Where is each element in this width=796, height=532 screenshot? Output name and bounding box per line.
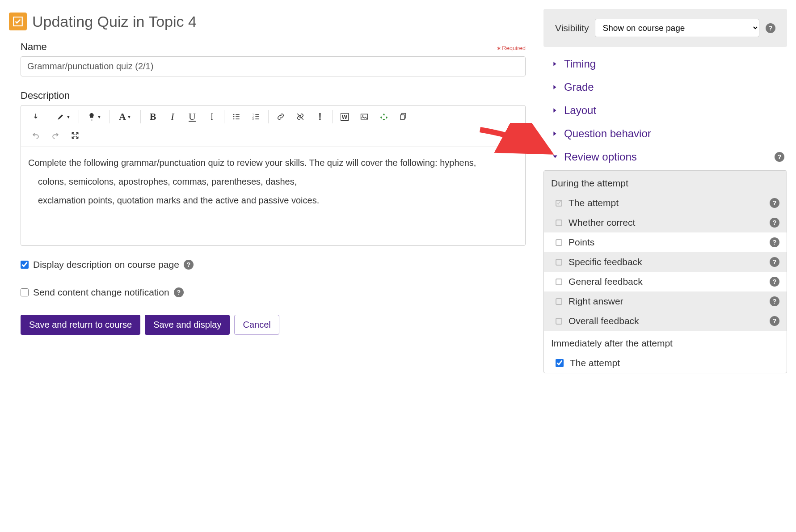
- send-notification-label: Send content change notification: [33, 287, 169, 298]
- review-general-feedback-checkbox: [556, 279, 562, 285]
- quiz-icon: [9, 13, 27, 30]
- svg-text:3: 3: [253, 118, 254, 120]
- name-label: Name: [21, 41, 47, 53]
- toolbar-redo-icon[interactable]: [49, 129, 62, 142]
- help-icon[interactable]: ?: [770, 257, 779, 267]
- toolbar-recycle-icon[interactable]: [377, 110, 391, 123]
- cancel-button[interactable]: Cancel: [234, 315, 279, 335]
- chevron-right-icon: [552, 84, 559, 91]
- display-description-label: Display description on course page: [33, 259, 179, 270]
- review-points-checkbox: [556, 239, 562, 246]
- review-specific-feedback-checkbox: [556, 259, 562, 266]
- help-icon[interactable]: ?: [770, 237, 779, 247]
- toolbar-word-icon[interactable]: W: [338, 110, 351, 123]
- help-icon[interactable]: ?: [184, 260, 194, 270]
- display-description-checkbox-row[interactable]: Display description on course page ?: [9, 259, 526, 270]
- page-title: Updating Quiz in Topic 4: [32, 13, 197, 30]
- visibility-label: Visibility: [555, 23, 589, 34]
- toolbar-font-icon[interactable]: A▼: [115, 110, 135, 123]
- toolbar-unlink-icon[interactable]: [294, 110, 307, 123]
- section-timing[interactable]: Timing: [552, 58, 787, 70]
- toolbar-link-icon[interactable]: [274, 110, 287, 123]
- section-review-options[interactable]: Review options: [552, 151, 637, 163]
- visibility-select[interactable]: Show on course page: [595, 19, 759, 37]
- help-icon[interactable]: ?: [770, 296, 779, 306]
- toolbar-warning-icon[interactable]: !: [313, 110, 327, 123]
- description-text: colons, semicolons, apostrophes, commas,…: [28, 175, 518, 188]
- toolbar-text-cursor-icon[interactable]: [205, 110, 219, 123]
- review-immediately-attempt-checkbox[interactable]: [556, 359, 564, 367]
- toolbar-numbered-list-icon[interactable]: 123: [249, 110, 263, 123]
- description-label: Description: [21, 90, 70, 101]
- send-notification-checkbox-row[interactable]: Send content change notification ?: [9, 287, 526, 298]
- help-icon[interactable]: ?: [766, 23, 775, 33]
- toolbar-lightbulb-icon[interactable]: ▼: [84, 110, 104, 123]
- required-badge: Required: [497, 45, 526, 51]
- help-icon[interactable]: ?: [174, 287, 184, 297]
- toolbar-underline-icon[interactable]: U: [185, 110, 199, 123]
- name-input[interactable]: [21, 56, 526, 76]
- toolbar-bold-icon[interactable]: B: [146, 110, 160, 123]
- section-grade[interactable]: Grade: [552, 81, 787, 93]
- review-overall-feedback-checkbox: [556, 318, 562, 325]
- chevron-right-icon: [552, 60, 559, 68]
- toolbar-image-icon[interactable]: [358, 110, 371, 123]
- toolbar-undo-icon[interactable]: [29, 129, 42, 142]
- editor-toolbar: ▼ ▼ A▼ B I U 1: [21, 106, 525, 147]
- save-display-button[interactable]: Save and display: [145, 315, 230, 335]
- review-whether-correct-checkbox: [556, 220, 562, 226]
- section-layout[interactable]: Layout: [552, 104, 787, 117]
- review-immediately-title: Immediately after the attempt: [544, 331, 787, 353]
- section-question-behavior[interactable]: Question behavior: [552, 127, 787, 140]
- svg-rect-9: [400, 115, 404, 120]
- chevron-right-icon: [552, 107, 559, 114]
- toolbar-copy-icon[interactable]: [397, 110, 410, 123]
- description-text: exclamation points, quotation marks and …: [28, 194, 518, 207]
- toolbar-expand-icon[interactable]: [29, 110, 42, 123]
- save-return-button[interactable]: Save and return to course: [21, 315, 140, 335]
- svg-point-1: [233, 116, 235, 118]
- chevron-down-icon: [552, 153, 559, 160]
- review-right-answer-checkbox: [556, 298, 562, 305]
- review-attempt-checkbox: [556, 200, 562, 207]
- description-text: Complete the following grammar/punctuati…: [28, 156, 518, 169]
- toolbar-fullscreen-icon[interactable]: [68, 129, 82, 142]
- toolbar-brush-icon[interactable]: ▼: [54, 110, 73, 123]
- help-icon[interactable]: ?: [775, 152, 784, 162]
- toolbar-bullet-list-icon[interactable]: [230, 110, 243, 123]
- help-icon[interactable]: ?: [770, 277, 779, 287]
- display-description-checkbox[interactable]: [21, 261, 29, 269]
- chevron-right-icon: [552, 130, 559, 137]
- help-icon[interactable]: ?: [770, 218, 779, 228]
- help-icon[interactable]: ?: [770, 316, 779, 326]
- svg-point-2: [233, 118, 235, 120]
- svg-point-0: [233, 114, 235, 115]
- review-during-title: During the attempt: [544, 171, 787, 193]
- description-editor[interactable]: Complete the following grammar/punctuati…: [21, 147, 525, 245]
- send-notification-checkbox[interactable]: [21, 288, 29, 296]
- toolbar-italic-icon[interactable]: I: [166, 110, 179, 123]
- help-icon[interactable]: ?: [770, 198, 779, 208]
